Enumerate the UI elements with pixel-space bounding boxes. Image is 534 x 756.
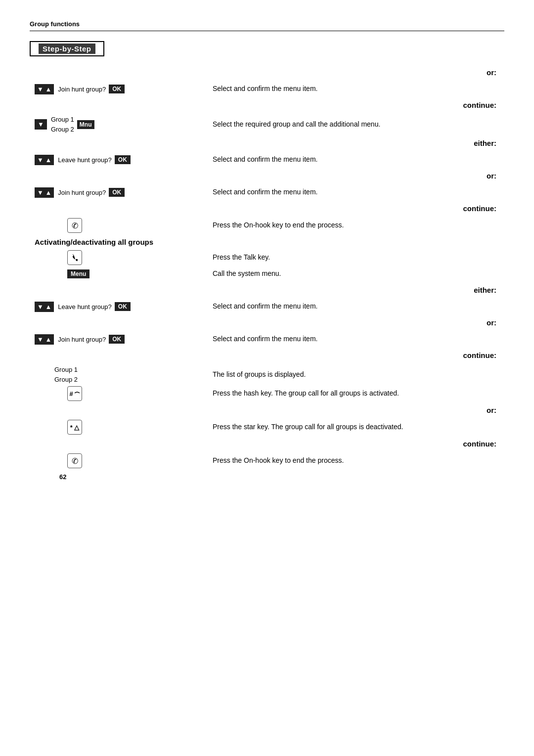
- keyword-label: continue:: [326, 101, 504, 109]
- icon-action-row: Press the Talk key.: [35, 250, 504, 265]
- step-by-step-label: Step-by-Step: [39, 44, 95, 54]
- action-label: ▼ ▲Leave hunt group?OK: [35, 302, 213, 312]
- icon-description: Press the On-hook key to end the process…: [213, 221, 504, 230]
- ok-button[interactable]: OK: [115, 302, 131, 311]
- action-row: ▼ ▲Join hunt group?OKSelect and confirm …: [35, 332, 504, 346]
- keyword-row: continue:: [35, 348, 504, 362]
- group-list-label: Group 1Group 2: [35, 365, 213, 384]
- icon-action-label: * △: [35, 420, 213, 435]
- action-row: ▼ ▲Leave hunt group?OKSelect and confirm…: [35, 153, 504, 167]
- icon-action-row: ✆Press the On-hook key to end the proces…: [35, 218, 504, 233]
- keyword-label: or:: [326, 318, 504, 327]
- action-description: Select the required group and call the a…: [213, 120, 504, 130]
- keyword-label: continue:: [326, 351, 504, 359]
- menu-action-row: MenuCall the system menu.: [35, 267, 504, 281]
- action-text: Group 1Group 2: [51, 115, 74, 134]
- ok-button[interactable]: OK: [115, 155, 131, 164]
- action-label: ▼ ▲Join hunt group?OK: [35, 334, 213, 345]
- action-description: Select and confirm the menu item.: [213, 302, 504, 311]
- icon-description: Press the hash key. The group call for a…: [213, 389, 504, 399]
- icon-action-label: #: [35, 386, 213, 401]
- ok-button[interactable]: OK: [109, 335, 125, 344]
- menu-action-label: Menu: [35, 269, 213, 278]
- keyword-row: continue:: [35, 201, 504, 215]
- section-heading: Activating/deactivating all groups: [35, 238, 504, 246]
- action-label: ▼ ▲Leave hunt group?OK: [35, 155, 213, 165]
- ok-button[interactable]: OK: [109, 188, 125, 197]
- keyword-label: continue:: [326, 440, 504, 448]
- mnu-button[interactable]: Mnu: [77, 120, 94, 129]
- talk-icon: [67, 250, 82, 265]
- nav-arrows: ▼: [35, 119, 47, 130]
- nav-arrows: ▼ ▲: [35, 155, 54, 165]
- nav-arrows: ▼ ▲: [35, 302, 54, 312]
- menu-description: Call the system menu.: [213, 269, 504, 279]
- page-header-title: Group functions: [30, 20, 80, 28]
- icon-description: Press the On-hook key to end the process…: [213, 456, 504, 466]
- page-header: Group functions: [30, 20, 504, 31]
- action-text: Leave hunt group?: [58, 303, 111, 311]
- action-row: ▼ ▲Leave hunt group?OKSelect and confirm…: [35, 300, 504, 313]
- keyword-row: continue:: [35, 98, 504, 112]
- hash-icon: #: [67, 386, 82, 401]
- icon-action-row: # Press the hash key. The group call for…: [35, 386, 504, 401]
- step-by-step-box: Step-by-Step: [30, 41, 104, 56]
- nav-arrows: ▼ ▲: [35, 84, 54, 94]
- action-description: Select and confirm the menu item.: [213, 84, 504, 94]
- action-label: ▼ ▲Join hunt group?OK: [35, 187, 213, 198]
- icon-action-label: ✆: [35, 218, 213, 233]
- group-list-description: The list of groups is displayed.: [213, 370, 504, 380]
- icon-description: Press the Talk key.: [213, 253, 504, 263]
- action-text: Leave hunt group?: [58, 156, 111, 164]
- keyword-row: or:: [35, 315, 504, 329]
- action-description: Select and confirm the menu item.: [213, 155, 504, 165]
- keyword-row: or:: [35, 65, 504, 79]
- nav-arrows: ▼ ▲: [35, 187, 54, 198]
- keyword-row: or:: [35, 169, 504, 182]
- content-area: or:▼ ▲Join hunt group?OKSelect and confi…: [30, 65, 504, 468]
- on-hook-icon: ✆: [67, 453, 82, 468]
- action-label: ▼ ▲Join hunt group?OK: [35, 84, 213, 94]
- action-label: ▼Group 1Group 2Mnu: [35, 115, 213, 134]
- nav-arrows: ▼ ▲: [35, 334, 54, 345]
- keyword-label: continue:: [326, 204, 504, 213]
- icon-action-row: * △Press the star key. The group call fo…: [35, 420, 504, 435]
- icon-action-row: ✆Press the On-hook key to end the proces…: [35, 453, 504, 468]
- keyword-row: or:: [35, 403, 504, 417]
- keyword-label: or:: [326, 68, 504, 77]
- action-text: Join hunt group?: [58, 86, 106, 93]
- keyword-label: either:: [326, 139, 504, 147]
- icon-action-label: ✆: [35, 453, 213, 468]
- action-row: ▼Group 1Group 2MnuSelect the required gr…: [35, 115, 504, 134]
- group-list-row: Group 1Group 2The list of groups is disp…: [35, 365, 504, 384]
- action-description: Select and confirm the menu item.: [213, 187, 504, 197]
- action-row: ▼ ▲Join hunt group?OKSelect and confirm …: [35, 185, 504, 199]
- icon-description: Press the star key. The group call for a…: [213, 422, 504, 432]
- action-text: Join hunt group?: [58, 336, 106, 343]
- action-description: Select and confirm the menu item.: [213, 334, 504, 344]
- action-row: ▼ ▲Join hunt group?OKSelect and confirm …: [35, 82, 504, 96]
- icon-action-label: [35, 250, 213, 265]
- keyword-label: or:: [326, 172, 504, 180]
- keyword-row: either:: [35, 283, 504, 297]
- ok-button[interactable]: OK: [109, 85, 125, 93]
- on-hook-icon: ✆: [67, 218, 82, 233]
- keyword-label: or:: [326, 406, 504, 414]
- action-text: Join hunt group?: [58, 189, 106, 196]
- keyword-label: either:: [326, 286, 504, 294]
- menu-button[interactable]: Menu: [67, 269, 89, 278]
- star-icon: * △: [67, 420, 82, 435]
- keyword-row: either:: [35, 136, 504, 150]
- keyword-row: continue:: [35, 437, 504, 450]
- page-number: 62: [59, 473, 534, 481]
